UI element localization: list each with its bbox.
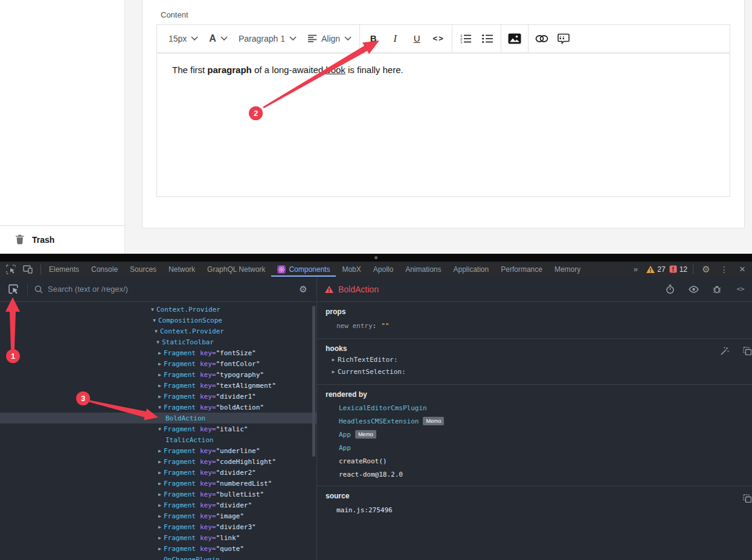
underline-button[interactable]: U [406, 25, 428, 52]
tree-scrollbar[interactable] [312, 306, 315, 457]
tab-memory[interactable]: Memory [548, 262, 586, 277]
collapsed-arrow-icon[interactable]: ▶ [156, 524, 164, 530]
tab-mobx[interactable]: MobX [336, 262, 367, 277]
tree-row-BoldAction[interactable]: BoldAction [0, 413, 317, 423]
expanded-arrow-icon[interactable]: ▼ [149, 307, 156, 312]
select-element-button[interactable] [6, 282, 21, 297]
align-select[interactable]: Align [302, 25, 357, 52]
tree-row-Fragment-divider1[interactable]: ▶Fragmentkey="divider1" [0, 391, 317, 402]
tree-row-Context.Provider[interactable]: ▼Context.Provider [0, 326, 317, 336]
insert-image-button[interactable] [504, 25, 525, 52]
collapsed-arrow-icon[interactable]: ▶ [156, 481, 164, 486]
collapsed-arrow-icon[interactable]: ▶ [156, 372, 164, 378]
tree-row-Fragment-image[interactable]: ▶Fragmentkey="image" [0, 510, 317, 521]
link-button[interactable] [531, 25, 553, 52]
italic-button[interactable]: I [384, 25, 406, 52]
hook-row-CurrentSelection[interactable]: ▶CurrentSelection [329, 366, 744, 377]
warnings-badge[interactable]: 27 [646, 265, 665, 274]
tab-sources[interactable]: Sources [124, 262, 162, 277]
tree-row-Fragment-divider3[interactable]: ▶Fragmentkey="divider3" [0, 521, 317, 532]
tree-row-Fragment-divider[interactable]: ▶Fragmentkey="divider" [0, 500, 317, 510]
collapsed-arrow-icon[interactable]: ▶ [156, 513, 164, 519]
collapsed-arrow-icon[interactable]: ▶ [329, 369, 338, 375]
tab-elements[interactable]: Elements [43, 262, 85, 277]
tree-row-ItalicAction[interactable]: ItalicAction [0, 434, 317, 445]
font-color-select[interactable]: A [204, 25, 233, 52]
tree-row-Fragment-textAlignment[interactable]: ▶Fragmentkey="textAlignment" [0, 380, 317, 391]
tree-row-Fragment-codeHighlight[interactable]: ▶Fragmentkey="codeHighlight" [0, 456, 317, 467]
kebab-menu-button[interactable]: ⋮ [717, 262, 731, 277]
collapsed-arrow-icon[interactable]: ▶ [156, 361, 164, 367]
collapsed-arrow-icon[interactable]: ▶ [156, 503, 164, 508]
devtools-resize-handle[interactable] [0, 254, 752, 262]
tree-row-StaticToolbar[interactable]: ▼StaticToolbar [0, 336, 317, 347]
tree-row-Fragment-underline[interactable]: ▶Fragmentkey="underline" [0, 445, 317, 456]
tab-components[interactable]: Components [271, 262, 336, 277]
owner-link[interactable]: App [339, 444, 351, 452]
device-toolbar-button[interactable] [21, 262, 35, 277]
tree-row-Fragment-divider2[interactable]: ▶Fragmentkey="divider2" [0, 467, 317, 478]
tree-row-Fragment-fontColor[interactable]: ▶Fragmentkey="fontColor" [0, 358, 317, 369]
collapsed-arrow-icon[interactable]: ▶ [156, 448, 164, 454]
expanded-arrow-icon[interactable]: ▼ [152, 329, 160, 334]
expanded-arrow-icon[interactable]: ▼ [156, 405, 164, 410]
settings-button[interactable]: ⚙ [699, 262, 713, 277]
owner-link[interactable]: HeadlessCMSExtension [339, 417, 419, 425]
sidebar-item-trash[interactable]: Trash [0, 225, 125, 254]
copy-icon[interactable] [740, 491, 752, 506]
collapsed-arrow-icon[interactable]: ▶ [156, 535, 164, 541]
link-text[interactable]: book [326, 65, 345, 75]
issues-badge[interactable]: 12 [669, 265, 687, 274]
debug-bug-icon[interactable] [710, 282, 724, 297]
richtext-editor[interactable]: The first paragraph of a long-awaited bo… [156, 53, 730, 197]
tree-row-OnChangePlugin[interactable]: OnChangePlugin [0, 554, 317, 560]
tree-row-Fragment-fontSize[interactable]: ▶Fragmentkey="fontSize" [0, 347, 317, 358]
expanded-arrow-icon[interactable]: ▼ [156, 426, 164, 432]
search-input[interactable] [48, 285, 291, 294]
tree-row-CompositionScope[interactable]: ▼CompositionScope [0, 315, 317, 326]
tab-graphql-network[interactable]: GraphQL Network [201, 262, 271, 277]
inspect-dom-eye-icon[interactable] [686, 282, 701, 297]
hook-row-RichTextEditor[interactable]: ▶RichTextEditor [329, 354, 744, 365]
collapsed-arrow-icon[interactable]: ▶ [156, 492, 164, 497]
tab-performance[interactable]: Performance [495, 262, 548, 277]
tree-row-Fragment-typography[interactable]: ▶Fragmentkey="typography" [0, 369, 317, 380]
quote-button[interactable] [553, 25, 574, 52]
more-tabs-button[interactable]: » [628, 262, 643, 277]
tab-animations[interactable]: Animations [399, 262, 447, 277]
copy-icon[interactable] [740, 344, 752, 358]
font-size-select[interactable]: 15px [163, 25, 204, 52]
close-devtools-button[interactable]: × [735, 262, 750, 277]
paragraph-style-select[interactable]: Paragraph 1 [233, 25, 302, 52]
tree-row-Fragment-italic[interactable]: ▼Fragmentkey="italic" [0, 423, 317, 434]
parse-hook-names-wand-icon[interactable] [717, 344, 731, 358]
tree-row-Fragment-bulletList[interactable]: ▶Fragmentkey="bulletList" [0, 489, 317, 500]
collapsed-arrow-icon[interactable]: ▶ [156, 350, 164, 356]
prop-value[interactable]: "" [381, 322, 389, 330]
numbered-list-button[interactable]: 123 [455, 25, 477, 52]
owner-link[interactable]: App [339, 431, 351, 439]
tab-application[interactable]: Application [448, 262, 495, 277]
collapsed-arrow-icon[interactable]: ▶ [156, 546, 164, 552]
tree-row-Fragment-quote[interactable]: ▶Fragmentkey="quote" [0, 543, 317, 554]
expanded-arrow-icon[interactable]: ▼ [154, 340, 162, 345]
view-source-icon[interactable]: <> [733, 282, 748, 297]
tree-row-Fragment-boldAction[interactable]: ▼Fragmentkey="boldAction" [0, 402, 317, 413]
bold-button[interactable]: B [362, 25, 384, 52]
code-highlight-button[interactable]: <> [428, 25, 449, 52]
collapsed-arrow-icon[interactable]: ▶ [156, 394, 164, 399]
owner-link[interactable]: LexicalEditorCmsPlugin [339, 404, 427, 412]
collapsed-arrow-icon[interactable]: ▶ [156, 383, 164, 388]
tree-row-Fragment-numberedList[interactable]: ▶Fragmentkey="numberedList" [0, 478, 317, 489]
tab-console[interactable]: Console [85, 262, 124, 277]
tab-network[interactable]: Network [162, 262, 201, 277]
prop-row[interactable]: new entry"" [336, 322, 744, 330]
tree-row-Fragment-link[interactable]: ▶Fragmentkey="link" [0, 532, 317, 543]
bullet-list-button[interactable] [477, 25, 498, 52]
source-path[interactable]: main.js:275496 [336, 506, 744, 514]
tab-apollo[interactable]: Apollo [367, 262, 399, 277]
collapsed-arrow-icon[interactable]: ▶ [156, 470, 164, 475]
tree-settings-button[interactable]: ⚙ [296, 282, 310, 297]
profiler-timer-icon[interactable] [663, 282, 677, 297]
inspect-element-button[interactable] [4, 262, 18, 277]
